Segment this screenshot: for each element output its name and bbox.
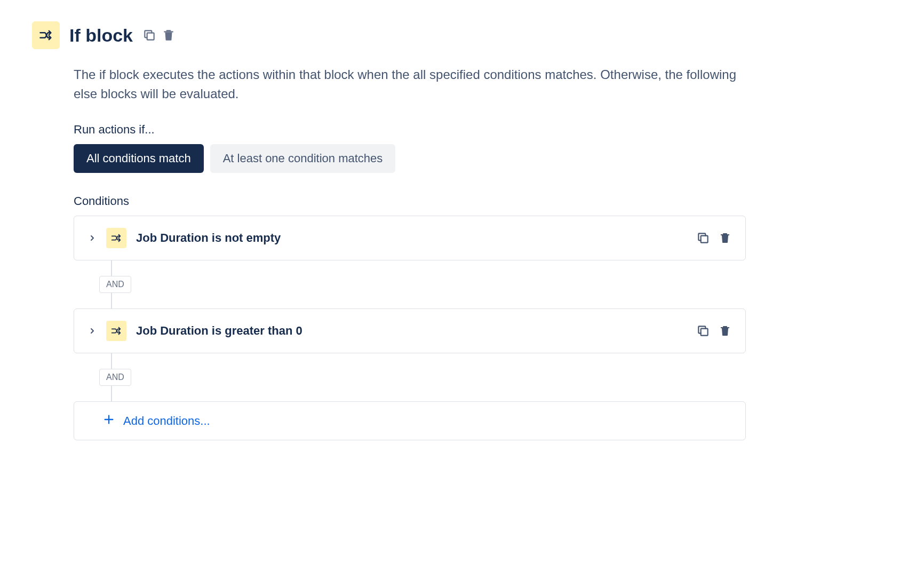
conditions-label: Conditions bbox=[74, 194, 746, 208]
condition-icon bbox=[106, 321, 126, 341]
connector-badge: AND bbox=[99, 369, 131, 386]
run-actions-label: Run actions if... bbox=[74, 123, 746, 137]
delete-icon[interactable] bbox=[719, 232, 731, 244]
connector: AND bbox=[74, 260, 746, 308]
if-block-icon bbox=[32, 21, 60, 49]
add-conditions-label: Add conditions... bbox=[123, 414, 210, 428]
plus-icon bbox=[103, 413, 115, 429]
connector-badge: AND bbox=[99, 276, 131, 293]
condition-text: Job Duration is greater than 0 bbox=[136, 324, 687, 338]
svg-rect-1 bbox=[701, 236, 708, 243]
block-description: The if block executes the actions within… bbox=[74, 65, 746, 104]
condition-actions bbox=[696, 231, 731, 245]
condition-text: Job Duration is not empty bbox=[136, 231, 687, 245]
conditions-container: Job Duration is not empty bbox=[74, 216, 746, 440]
copy-icon[interactable] bbox=[696, 231, 710, 245]
toggle-at-least-one[interactable]: At least one condition matches bbox=[210, 144, 396, 173]
content-body: The if block executes the actions within… bbox=[74, 65, 746, 440]
chevron-right-icon[interactable] bbox=[88, 234, 97, 242]
page-header: If block bbox=[32, 21, 892, 49]
run-actions-toggle: All conditions match At least one condit… bbox=[74, 144, 746, 173]
header-actions bbox=[142, 28, 176, 42]
condition-actions bbox=[696, 324, 731, 338]
delete-icon[interactable] bbox=[162, 28, 176, 42]
copy-icon[interactable] bbox=[696, 324, 710, 338]
toggle-all-conditions[interactable]: All conditions match bbox=[74, 144, 204, 173]
connector: AND bbox=[74, 353, 746, 401]
page-title: If block bbox=[69, 25, 133, 46]
delete-icon[interactable] bbox=[719, 324, 731, 337]
condition-row[interactable]: Job Duration is greater than 0 bbox=[74, 308, 746, 353]
condition-row[interactable]: Job Duration is not empty bbox=[74, 216, 746, 260]
chevron-right-icon[interactable] bbox=[88, 327, 97, 335]
copy-icon[interactable] bbox=[142, 28, 156, 42]
svg-rect-0 bbox=[147, 33, 154, 40]
condition-icon bbox=[106, 228, 126, 248]
add-conditions-button[interactable]: Add conditions... bbox=[74, 401, 746, 440]
svg-rect-2 bbox=[701, 329, 708, 336]
